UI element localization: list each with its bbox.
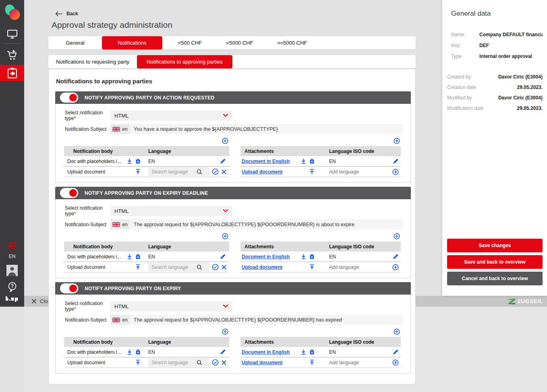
close-icon	[31, 299, 37, 304]
attachment-document-link[interactable]: Document in English	[242, 254, 290, 260]
cancel-x-icon[interactable]	[221, 360, 227, 365]
delete-icon[interactable]	[309, 254, 315, 260]
add-language-icon[interactable]	[392, 264, 399, 270]
edit-pencil-icon[interactable]	[220, 254, 226, 260]
confirm-check-icon[interactable]	[212, 168, 219, 175]
select-notification-type-label: Select notification type*	[65, 205, 110, 217]
cancel-x-icon[interactable]	[221, 169, 227, 175]
add-notification-body-icon[interactable]	[222, 233, 228, 239]
edit-pencil-icon[interactable]	[393, 158, 399, 164]
download-icon[interactable]	[300, 158, 307, 164]
tab-notifications[interactable]: Notifications	[102, 36, 162, 50]
delete-icon[interactable]	[135, 254, 141, 260]
language-column-header: Language	[147, 339, 229, 345]
save-changes-button[interactable]: Save changes	[447, 239, 543, 252]
add-notification-body-icon[interactable]	[222, 328, 228, 335]
attachment-document-link[interactable]: Document in English	[242, 159, 290, 164]
cart-plus-icon[interactable]	[6, 50, 18, 61]
table-row: Upload document Add language	[240, 357, 401, 368]
upload-icon[interactable]	[135, 359, 141, 365]
attachment-document-link[interactable]: Document in English	[242, 349, 290, 355]
upload-attachment-link[interactable]: Upload document	[242, 264, 282, 270]
add-language-icon[interactable]	[392, 169, 399, 175]
download-icon[interactable]	[300, 349, 307, 355]
delete-icon[interactable]	[135, 158, 141, 164]
cancel-and-back-button[interactable]: Cancel and back to overview	[447, 272, 543, 285]
edit-pencil-icon[interactable]	[220, 158, 226, 164]
field-created-by: Created by Davor Ciric (E3004)	[447, 74, 543, 80]
upload-icon[interactable]	[309, 359, 315, 365]
section-title: NOTIFY APPROVING PARTY ON EXPIRY	[85, 286, 181, 291]
notification-subject-input[interactable]: The approval request for ${APPROVALOBJEC…	[130, 315, 403, 325]
notification-type-dropdown[interactable]: HTML	[110, 111, 232, 121]
back-arrow-icon	[55, 11, 62, 17]
section-body: Select notification type* HTML Notificat…	[55, 104, 411, 183]
delete-icon[interactable]	[309, 158, 315, 164]
tab-general[interactable]: General	[48, 36, 102, 50]
substitute-users-icon[interactable]	[7, 241, 18, 250]
add-attachment-icon[interactable]	[394, 328, 400, 335]
download-icon[interactable]	[126, 158, 133, 164]
notification-section: NOTIFY APPROVING PARTY ON EXPIRY DEADLIN…	[55, 187, 411, 278]
left-sidebar: EN ?	[0, 0, 24, 307]
language-search-input[interactable]	[151, 169, 197, 175]
language-search-input[interactable]	[151, 264, 197, 270]
notify-toggle[interactable]	[60, 283, 78, 293]
add-attachment-icon[interactable]	[394, 233, 400, 239]
sidebar-item-approvals-active[interactable]	[0, 65, 24, 81]
back-label: Back	[66, 11, 78, 17]
upload-icon[interactable]	[135, 264, 141, 270]
download-icon[interactable]	[126, 349, 133, 355]
notification-subject-input[interactable]: The approval request for ${APPROVALOBJEC…	[130, 219, 403, 229]
upload-icon[interactable]	[135, 169, 141, 175]
notify-toggle[interactable]	[60, 188, 78, 198]
notify-toggle[interactable]	[60, 93, 78, 103]
language-selector[interactable]: EN	[9, 254, 16, 259]
upload-attachment-link[interactable]: Upload document	[242, 360, 282, 365]
subtab-requesting-party[interactable]: Notifications to requesting party	[48, 55, 137, 68]
search-icon[interactable]	[197, 360, 202, 365]
search-icon[interactable]	[197, 169, 202, 175]
download-icon[interactable]	[126, 254, 133, 260]
app-logo[interactable]	[4, 3, 21, 23]
notification-type-dropdown[interactable]: HTML	[110, 206, 232, 216]
edit-pencil-icon[interactable]	[393, 349, 399, 355]
add-attachment-icon[interactable]	[394, 138, 400, 144]
upload-attachment-link[interactable]: Upload document	[242, 169, 282, 175]
notification-type-dropdown[interactable]: HTML	[110, 301, 232, 312]
upload-icon[interactable]	[309, 169, 315, 175]
edit-pencil-icon[interactable]	[220, 349, 226, 355]
attachments-table: Attachments Language ISO code Document i…	[240, 146, 401, 177]
download-icon[interactable]	[300, 254, 307, 260]
language-search-box	[148, 358, 209, 367]
user-avatar[interactable]	[6, 265, 18, 276]
confirm-check-icon[interactable]	[212, 264, 219, 270]
brand-logo: ZUGSEIL	[508, 298, 543, 305]
tab-over-5000-chf[interactable]: >=5000 CHF	[262, 36, 322, 50]
search-icon[interactable]	[197, 264, 202, 270]
subtab-approving-parties[interactable]: Notifications to approving parties	[137, 55, 232, 68]
delete-icon[interactable]	[309, 349, 315, 355]
help-icon[interactable]: ?	[7, 282, 17, 293]
cancel-x-icon[interactable]	[221, 264, 227, 270]
delete-icon[interactable]	[135, 349, 141, 355]
tab-under-5000-chf[interactable]: <5000 CHF	[218, 36, 262, 50]
confirm-check-icon[interactable]	[212, 359, 219, 366]
attachment-language-iso: EN	[329, 254, 336, 260]
tab-under-500-chf[interactable]: <500 CHF	[162, 36, 218, 50]
select-notification-type-label: Select notification type*	[65, 301, 110, 312]
save-and-back-button[interactable]: Save and back to overview	[447, 255, 543, 269]
language-search-input[interactable]	[151, 360, 197, 365]
edit-pencil-icon[interactable]	[393, 254, 399, 260]
back-button[interactable]: Back	[55, 11, 416, 17]
notification-subject-input[interactable]: You have a request to approve the ${APPR…	[130, 124, 403, 134]
add-language-icon[interactable]	[392, 359, 399, 366]
section-header: NOTIFY APPROVING PARTY ON ACTION REQUEST…	[55, 91, 411, 104]
monitor-icon[interactable]	[7, 29, 18, 39]
upload-icon[interactable]	[309, 264, 315, 270]
add-notification-body-icon[interactable]	[222, 138, 228, 144]
table-row: Document in English EN	[240, 156, 401, 167]
main-content-column: Back Approval strategy administration Ge…	[48, 0, 416, 384]
subject-language-chip: en	[110, 124, 130, 134]
attachments-column-header: Attachments	[240, 339, 327, 345]
